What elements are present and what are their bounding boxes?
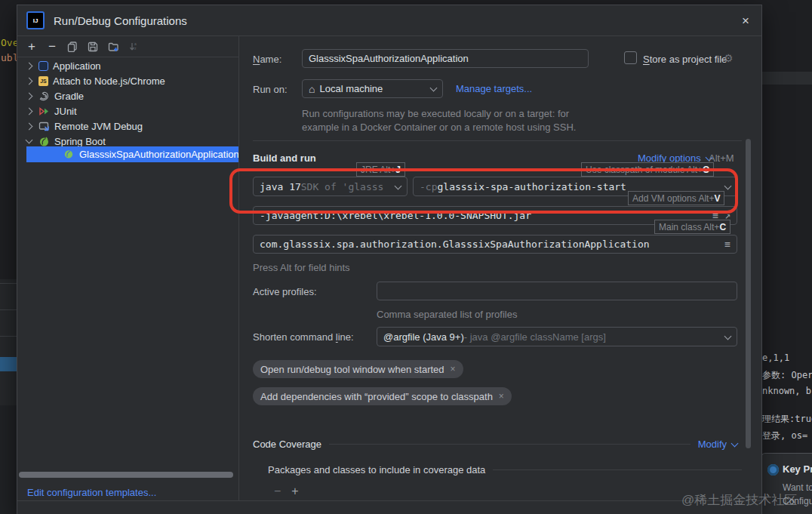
coverage-table-toolbar: − + xyxy=(268,482,742,500)
code-coverage-title: Code Coverage xyxy=(253,439,321,450)
jre-detail: SDK of 'glasss xyxy=(301,181,395,192)
edit-configuration-templates-link[interactable]: Edit configuration templates... xyxy=(27,487,156,498)
gradle-icon xyxy=(38,91,50,102)
cp-flag: -cp xyxy=(420,181,437,192)
chevron-down-icon xyxy=(724,332,732,340)
tag-close-icon[interactable]: × xyxy=(451,364,456,374)
tree-item-junit[interactable]: JUnit xyxy=(17,103,238,118)
copy-configuration-button[interactable] xyxy=(66,40,79,54)
configurations-tree-pane: + − az Application xyxy=(17,36,238,514)
run-on-select[interactable]: ⌂ Local machine xyxy=(302,79,443,98)
active-profiles-hint: Comma separated list of profiles xyxy=(377,309,517,320)
tree-item-gradle[interactable]: Gradle xyxy=(17,88,238,103)
name-input[interactable]: GlasssixSpaAuthorizationApplication xyxy=(302,49,589,68)
active-profiles-label: Active profiles: xyxy=(253,286,317,297)
key-promoter-icon xyxy=(767,464,779,476)
menu-icon[interactable]: ≡ xyxy=(724,239,730,249)
chevron-down-icon xyxy=(724,182,732,189)
name-label: Name: xyxy=(253,54,281,65)
main-class-input[interactable]: com.glasssix.spa.authorization.GlasssixS… xyxy=(253,235,737,254)
add-pattern-button[interactable]: + xyxy=(291,485,298,498)
build-and-run-title: Build and run xyxy=(253,152,316,164)
run-on-label: Run on: xyxy=(253,84,288,95)
vm-options-value: -javaagent:D:\xrebel\xrebel-1.0.0-SNAPSH… xyxy=(260,210,531,221)
spring-boot-icon xyxy=(63,149,75,160)
nodejs-icon: JS xyxy=(38,76,48,86)
tree-item-application[interactable]: Application xyxy=(17,58,238,73)
chevron-right-icon[interactable] xyxy=(26,92,33,100)
tree-item-label: JUnit xyxy=(54,106,77,117)
tree-item-selected-configuration[interactable]: GlasssixSpaAuthorizationApplication xyxy=(26,146,238,162)
chevron-down-icon xyxy=(395,182,402,189)
chevron-down-icon[interactable] xyxy=(26,137,33,144)
screen: Ove ubl e,1,1 参数: Oper nknown, b 理结果:tru… xyxy=(0,0,812,514)
tree-item-label: Spring Boot xyxy=(54,136,106,147)
tree-item-label: Remote JVM Debug xyxy=(54,121,143,132)
jre-hint-chip: JRE Alt+J xyxy=(356,162,405,177)
bg-console-line: 理结果:true xyxy=(762,413,812,426)
tag-label: Open run/debug tool window when started xyxy=(260,364,444,375)
coverage-packages-header: Packages and classes to include in cover… xyxy=(268,464,742,476)
dialog-title: Run/Debug Configurations xyxy=(54,14,187,27)
jre-select[interactable]: java 17 SDK of 'glasss xyxy=(253,177,408,196)
bg-table-panel xyxy=(0,279,17,405)
name-value: GlasssixSpaAuthorizationApplication xyxy=(309,53,469,64)
shorten-command-line-label: Shorten command line: xyxy=(253,331,354,343)
run-on-value: Local machine xyxy=(319,83,383,94)
spring-boot-icon xyxy=(38,136,50,147)
press-alt-hint: Press Alt for field hints xyxy=(253,262,350,273)
tag-provided-scope[interactable]: Add dependencies with “provided” scope t… xyxy=(253,387,512,405)
bg-code-fragment: Ove xyxy=(1,37,18,48)
active-profiles-input[interactable] xyxy=(377,282,737,300)
chevron-right-icon[interactable] xyxy=(26,107,33,115)
store-as-project-file-checkbox[interactable] xyxy=(624,51,637,64)
bg-console-line: e,1,1 xyxy=(762,352,789,363)
cp-value: glasssix-spa-authorization-start xyxy=(437,181,626,192)
run-debug-configurations-dialog: IJ Run/Debug Configurations × + − az xyxy=(17,5,762,514)
home-icon: ⌂ xyxy=(309,83,315,95)
header-rule xyxy=(493,469,742,470)
manage-targets-link[interactable]: Manage targets... xyxy=(456,83,532,94)
run-on-help-line2: example in a Docker Container or on a re… xyxy=(302,122,576,133)
watermark: @稀土掘金技术社区 xyxy=(681,491,797,509)
chevron-right-icon[interactable] xyxy=(26,62,33,69)
tree-item-label: Attach to Node.js/Chrome xyxy=(53,75,165,87)
remove-pattern-button[interactable]: − xyxy=(274,485,281,498)
chevron-down-icon xyxy=(731,440,739,448)
form-vertical-scrollbar[interactable] xyxy=(746,139,751,448)
section-divider xyxy=(253,140,742,141)
configurations-tree: Application JS Attach to Node.js/Chrome … xyxy=(17,58,238,149)
add-configuration-button[interactable]: + xyxy=(25,40,38,54)
intellij-logo: IJ xyxy=(26,11,45,29)
save-configuration-button[interactable] xyxy=(86,40,100,54)
shorten-desc: - java @argfile className [args] xyxy=(464,331,606,343)
tree-item-attach-node[interactable]: JS Attach to Node.js/Chrome xyxy=(17,73,238,88)
shorten-command-line-select[interactable]: @argfile (Java 9+) - java @argfile class… xyxy=(377,327,737,346)
bg-selected-row xyxy=(0,357,17,371)
bg-divider xyxy=(0,283,17,284)
tag-open-tool-window[interactable]: Open run/debug tool window when started … xyxy=(253,360,463,378)
classpath-hint-chip: Use classpath of module Alt+O xyxy=(581,162,714,177)
tree-horizontal-scrollbar[interactable] xyxy=(19,472,233,478)
shorten-value: @argfile (Java 9+) xyxy=(383,331,464,343)
store-as-project-file-label: Store as project file xyxy=(643,54,727,65)
coverage-modify-link[interactable]: Modify xyxy=(698,439,737,450)
bg-code-fragment: ubl xyxy=(1,52,18,63)
notification-title: Key Pro xyxy=(783,463,812,475)
chevron-right-icon[interactable] xyxy=(26,122,33,130)
chevron-right-icon[interactable] xyxy=(26,77,33,85)
bg-band xyxy=(761,72,812,85)
bg-console-line: 登录, os= xyxy=(762,429,807,442)
tag-close-icon[interactable]: × xyxy=(499,391,504,402)
sort-configurations-button[interactable]: az xyxy=(127,40,140,54)
bg-divider xyxy=(0,309,17,310)
tree-toolbar: + − az xyxy=(17,36,238,57)
bg-console-line: nknown, b xyxy=(762,386,811,396)
bg-console-line: 参数: Oper xyxy=(762,369,812,382)
new-folder-button[interactable] xyxy=(106,40,120,54)
tree-item-remote-jvm-debug[interactable]: Remote JVM Debug xyxy=(17,118,238,134)
tag-label: Add dependencies with “provided” scope t… xyxy=(260,391,493,402)
svg-text:z: z xyxy=(134,46,137,51)
gear-icon[interactable]: ⚙ xyxy=(724,52,734,64)
remove-configuration-button[interactable]: − xyxy=(45,40,59,54)
